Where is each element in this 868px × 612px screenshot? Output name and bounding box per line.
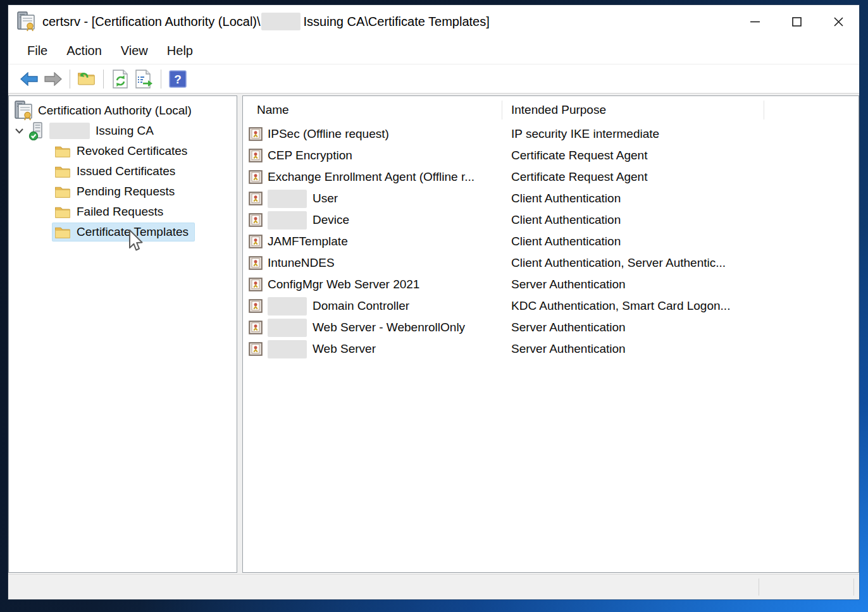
template-name: ConfigMgr Web Server 2021	[268, 278, 419, 291]
tree-node-pending-requests[interactable]: Pending Requests	[9, 181, 237, 202]
table-row[interactable]: Device Client Authentication	[243, 209, 859, 231]
tree-node-label: Issued Certificates	[77, 164, 175, 178]
tree-node-issuing-ca[interactable]: Issuing CA	[9, 121, 237, 141]
template-purpose: IP security IKE intermediate	[502, 127, 764, 141]
window-title-suffix: Issuing CA\Certificate Templates]	[304, 15, 490, 29]
certificate-template-icon	[249, 278, 263, 291]
maximize-icon	[792, 17, 802, 27]
redacted-text	[49, 123, 90, 139]
export-list-button[interactable]	[132, 68, 156, 90]
template-name: Web Server - WebenrollOnly	[313, 321, 465, 334]
table-row[interactable]: Exchange Enrollment Agent (Offline r... …	[243, 166, 859, 188]
tree-node-revoked-certificates[interactable]: Revoked Certificates	[9, 141, 237, 161]
template-name: Web Server	[313, 342, 376, 356]
certsrv-app-icon	[16, 11, 35, 32]
certificate-template-icon	[249, 256, 263, 270]
close-button[interactable]	[817, 5, 859, 38]
template-purpose: Client Authentication, Server Authentic.…	[502, 256, 764, 270]
title-bar[interactable]: certsrv - [Certification Authority (Loca…	[8, 5, 859, 38]
menu-item-view[interactable]: View	[111, 38, 158, 64]
table-row[interactable]: Domain Controller KDC Authentication, Sm…	[243, 295, 859, 317]
certificate-template-icon	[249, 127, 263, 141]
certificate-template-icon	[249, 192, 263, 205]
template-name: Domain Controller	[313, 299, 409, 313]
svg-text:?: ?	[174, 73, 182, 86]
template-purpose: Certificate Request Agent	[502, 170, 764, 184]
folder-icon	[54, 185, 70, 198]
column-header-filler	[764, 101, 859, 119]
table-row[interactable]: IPSec (Offline request) IP security IKE …	[243, 123, 859, 145]
close-icon	[834, 17, 843, 27]
template-name: JAMFTemplate	[268, 235, 348, 248]
tree-children: Revoked Certificates Issued Certificates…	[9, 141, 237, 242]
table-row[interactable]: ConfigMgr Web Server 2021 Server Authent…	[243, 274, 859, 295]
table-row[interactable]: CEP Encryption Certificate Request Agent	[243, 145, 859, 166]
menu-item-file[interactable]: File	[18, 38, 57, 64]
certsrv-window: certsrv - [Certification Authority (Loca…	[8, 5, 859, 599]
template-name: CEP Encryption	[268, 149, 352, 162]
toolbar-separator	[103, 70, 104, 89]
folder-icon	[54, 226, 70, 238]
desktop: { "window": { "title_prefix": "certsrv -…	[0, 0, 868, 612]
toolbar: ?	[8, 64, 859, 94]
redacted-text	[268, 297, 307, 315]
template-name: User	[313, 192, 338, 205]
menu-item-action[interactable]: Action	[57, 38, 111, 64]
back-button[interactable]	[17, 68, 41, 90]
table-row[interactable]: Web Server Server Authentication	[243, 338, 859, 360]
template-purpose: Server Authentication	[502, 278, 764, 291]
table-row[interactable]: Web Server - WebenrollOnly Server Authen…	[243, 317, 859, 338]
table-row[interactable]: JAMFTemplate Client Authentication	[243, 231, 859, 252]
template-name: Exchange Enrollment Agent (Offline r...	[268, 170, 474, 184]
certificate-template-icon	[249, 321, 263, 334]
template-name: IntuneNDES	[268, 256, 335, 270]
refresh-button[interactable]	[108, 68, 132, 90]
template-name: IPSec (Offline request)	[268, 127, 389, 141]
tree-node-certificate-templates[interactable]: Certificate Templates	[9, 222, 237, 242]
forward-button[interactable]	[41, 68, 65, 90]
template-purpose: Client Authentication	[502, 235, 764, 248]
help-icon: ?	[169, 70, 187, 88]
window-controls	[734, 5, 859, 38]
help-button[interactable]: ?	[166, 68, 190, 90]
certificate-template-icon	[249, 149, 263, 162]
tree-node-label: Failed Requests	[77, 205, 163, 219]
template-name: Device	[313, 213, 349, 227]
window-title-prefix: certsrv - [Certification Authority (Loca…	[42, 15, 261, 29]
template-purpose: Certificate Request Agent	[502, 149, 764, 162]
window-title: certsrv - [Certification Authority (Loca…	[42, 13, 490, 30]
redacted-text	[268, 319, 307, 337]
console-tree-icon	[77, 71, 96, 87]
maximize-button[interactable]	[776, 5, 817, 38]
show-console-tree-button[interactable]	[75, 68, 99, 90]
redacted-text	[268, 211, 307, 230]
certificate-template-icon	[249, 235, 263, 248]
status-bar-separator	[853, 578, 854, 596]
certificate-template-icon	[249, 170, 263, 184]
redacted-text	[268, 190, 307, 208]
folder-icon	[54, 145, 70, 157]
console-tree-pane[interactable]: Certification Authority (Local) Issuing …	[8, 95, 237, 573]
template-purpose: KDC Authentication, Smart Card Logon...	[502, 299, 764, 313]
tree-node-issued-certificates[interactable]: Issued Certificates	[9, 161, 237, 181]
column-header-intended-purpose[interactable]: Intended Purpose	[502, 101, 764, 119]
toolbar-separator	[161, 70, 161, 89]
certificate-template-icon	[249, 342, 263, 356]
chevron-down-icon[interactable]	[14, 126, 25, 136]
server-green-check-icon	[28, 122, 46, 140]
back-arrow-icon	[20, 72, 39, 86]
menu-item-help[interactable]: Help	[158, 38, 202, 64]
status-bar	[8, 574, 859, 599]
templates-list-pane[interactable]: Name Intended Purpose IPSec (Offline req…	[242, 95, 859, 573]
tree-node-certification-authority[interactable]: Certification Authority (Local)	[9, 101, 237, 121]
template-purpose: Client Authentication	[502, 213, 764, 227]
folder-icon	[54, 205, 70, 218]
export-list-icon	[135, 70, 154, 89]
column-header-name[interactable]: Name	[243, 101, 502, 119]
tree-node-failed-requests[interactable]: Failed Requests	[9, 202, 237, 222]
table-row[interactable]: IntuneNDES Client Authentication, Server…	[243, 252, 859, 274]
table-row[interactable]: User Client Authentication	[243, 188, 859, 209]
toolbar-separator	[70, 70, 70, 89]
template-purpose: Server Authentication	[502, 342, 764, 356]
minimize-button[interactable]	[734, 5, 776, 38]
